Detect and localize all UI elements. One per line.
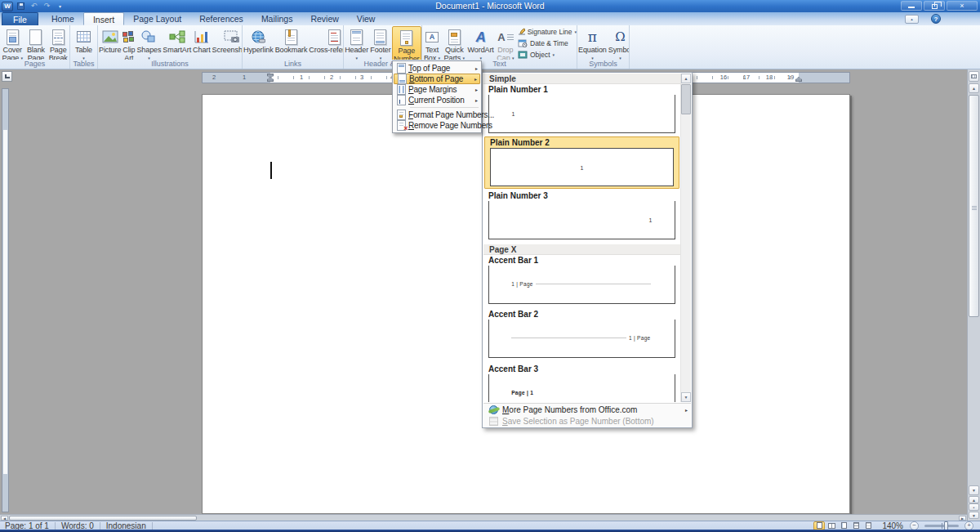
- drop-cap-button[interactable]: A Drop Cap ▾: [495, 26, 516, 60]
- gallery-item-plain-number-1[interactable]: Plain Number 1 1: [483, 84, 680, 136]
- cross-reference-button[interactable]: Cross-reference: [308, 26, 343, 55]
- clip-art-icon: [122, 27, 135, 47]
- page-number-button[interactable]: Page Number ▾: [392, 26, 421, 60]
- cover-page-button[interactable]: Cover Page ▾: [0, 26, 24, 60]
- tab-page-layout[interactable]: Page Layout: [124, 12, 190, 25]
- group-illustrations: Picture Clip Art Shapes ▾ SmartArt: [98, 25, 243, 69]
- table-button[interactable]: Table▾: [74, 26, 93, 60]
- zoom-level[interactable]: 140%: [882, 521, 903, 530]
- ruler-number: 1: [300, 74, 303, 81]
- separator: [100, 522, 100, 530]
- outline-view-button[interactable]: [850, 521, 862, 530]
- picture-label: Picture: [99, 47, 121, 55]
- zoom-out-button[interactable]: −: [910, 521, 919, 530]
- wordart-button[interactable]: A WordArt▾: [467, 26, 495, 60]
- scroll-down-button[interactable]: ▼: [969, 485, 979, 495]
- signature-line-button[interactable]: Signature Line ▾: [516, 26, 577, 37]
- submenu-arrow-icon: ▸: [475, 97, 478, 103]
- screenshot-button[interactable]: Screenshot ▾: [212, 26, 242, 55]
- signature-line-icon: [518, 28, 525, 36]
- tab-home[interactable]: Home: [42, 12, 83, 25]
- ruler-toggle-button[interactable]: [969, 71, 979, 82]
- tab-file[interactable]: File: [2, 12, 38, 25]
- web-layout-view-button[interactable]: [838, 521, 849, 530]
- text-box-button[interactable]: A Text Box ▾: [422, 26, 442, 60]
- menu-item-page-margins[interactable]: Page Margins ▸: [394, 84, 480, 95]
- menu-item-format-page-numbers[interactable]: Format Page Numbers...: [394, 110, 480, 120]
- more-page-numbers-item[interactable]: More Page Numbers from Office.com ▸: [483, 404, 691, 415]
- header-button[interactable]: Header▾: [344, 26, 369, 60]
- restore-button[interactable]: [924, 1, 945, 11]
- equation-button[interactable]: π Equation▾: [577, 26, 608, 60]
- gallery-item-accent-bar-1[interactable]: Accent Bar 1 1 | Page: [483, 255, 680, 306]
- gallery-scroll-down-button[interactable]: ▼: [681, 392, 691, 402]
- gallery-scroll-thumb[interactable]: [681, 84, 691, 114]
- object-button[interactable]: Object ▾: [516, 49, 577, 60]
- menu-item-top-of-page[interactable]: Top of Page ▸: [394, 63, 480, 74]
- minimize-button[interactable]: [901, 1, 922, 11]
- word-count-indicator[interactable]: Words: 0: [61, 521, 94, 530]
- language-indicator[interactable]: Indonesian: [106, 521, 146, 530]
- select-browse-object-button[interactable]: •: [969, 503, 979, 511]
- picture-button[interactable]: Picture: [98, 26, 122, 55]
- minimize-icon: [908, 7, 915, 8]
- tab-mailings[interactable]: Mailings: [252, 12, 302, 25]
- gallery-item-plain-number-2[interactable]: Plain Number 2 1: [484, 136, 679, 189]
- thumb-gripper-icon: [972, 206, 977, 210]
- tab-insert[interactable]: Insert: [83, 12, 124, 25]
- chart-icon: [194, 27, 209, 47]
- draft-view-button[interactable]: [862, 521, 874, 530]
- blank-page-button[interactable]: Blank Page: [24, 26, 47, 60]
- collapse-ribbon-button[interactable]: ▲: [905, 15, 919, 24]
- menu-item-current-position[interactable]: Current Position ▸: [394, 95, 480, 105]
- blank-page-label: Blank Page: [25, 47, 46, 60]
- page-count-indicator[interactable]: Page: 1 of 1: [5, 521, 49, 530]
- tab-references[interactable]: References: [190, 12, 252, 25]
- horizontal-scrollbar[interactable]: ◀ ▶: [0, 514, 967, 521]
- bookmark-button[interactable]: Bookmark: [274, 26, 309, 55]
- full-screen-reading-view-button[interactable]: [826, 521, 837, 530]
- text-box-label: Text Box ▾: [423, 47, 441, 60]
- footer-button[interactable]: Footer▾: [369, 26, 391, 60]
- gallery-item-accent-bar-3[interactable]: Accent Bar 3 Page | 1: [483, 364, 680, 402]
- vertical-scrollbar[interactable]: ▲ ▼ ▲ • ▼: [967, 69, 980, 521]
- zoom-slider[interactable]: [924, 525, 959, 527]
- shapes-icon: [141, 27, 156, 47]
- chart-button[interactable]: Chart: [192, 26, 212, 55]
- shapes-button[interactable]: Shapes ▾: [136, 26, 162, 60]
- tab-stop-selector[interactable]: [2, 71, 12, 82]
- footer-label: Footer▾: [370, 47, 390, 60]
- pi-icon: π: [588, 27, 597, 47]
- tab-view[interactable]: View: [348, 12, 385, 25]
- scroll-up-button[interactable]: ▲: [969, 83, 979, 93]
- gallery-scrollbar[interactable]: ▲ ▼: [680, 74, 691, 402]
- zoom-in-button[interactable]: +: [964, 521, 973, 530]
- quick-parts-icon: [448, 27, 461, 47]
- gallery-scroll-up-button[interactable]: ▲: [681, 74, 691, 83]
- page-break-button[interactable]: Page Break: [47, 26, 69, 60]
- tab-review[interactable]: Review: [301, 12, 347, 25]
- previous-page-button[interactable]: ▲: [969, 496, 979, 503]
- quick-parts-button[interactable]: Quick Parts ▾: [442, 26, 467, 60]
- vertical-ruler[interactable]: [2, 88, 9, 512]
- print-layout-view-button[interactable]: [813, 521, 825, 530]
- smartart-button[interactable]: SmartArt: [162, 26, 192, 55]
- date-time-button[interactable]: Date & Time: [516, 38, 577, 48]
- gallery-item-accent-bar-2[interactable]: Accent Bar 2 1 | Page: [483, 309, 680, 360]
- zoom-slider-handle[interactable]: [944, 521, 948, 530]
- group-symbols: π Equation▾ Ω Symbol▾ Symbols: [577, 25, 630, 69]
- clip-art-button[interactable]: Clip Art: [122, 26, 136, 60]
- ruler-number: 17: [743, 74, 750, 81]
- symbol-button[interactable]: Ω Symbol▾: [608, 26, 629, 60]
- hyperlink-button[interactable]: Hyperlink: [243, 26, 274, 55]
- close-button[interactable]: ×: [947, 1, 978, 11]
- vertical-scroll-thumb[interactable]: [969, 95, 979, 317]
- outline-view-icon: [853, 522, 859, 529]
- gallery-item-plain-number-3[interactable]: Plain Number 3 1: [483, 190, 680, 242]
- help-button[interactable]: ?: [931, 14, 941, 24]
- header-label: Header▾: [345, 47, 368, 60]
- next-page-button[interactable]: ▼: [969, 512, 979, 519]
- date-time-icon: [518, 39, 528, 47]
- menu-item-bottom-of-page[interactable]: Bottom of Page ▸: [394, 74, 480, 84]
- menu-item-remove-page-numbers[interactable]: × Remove Page Numbers: [394, 120, 480, 131]
